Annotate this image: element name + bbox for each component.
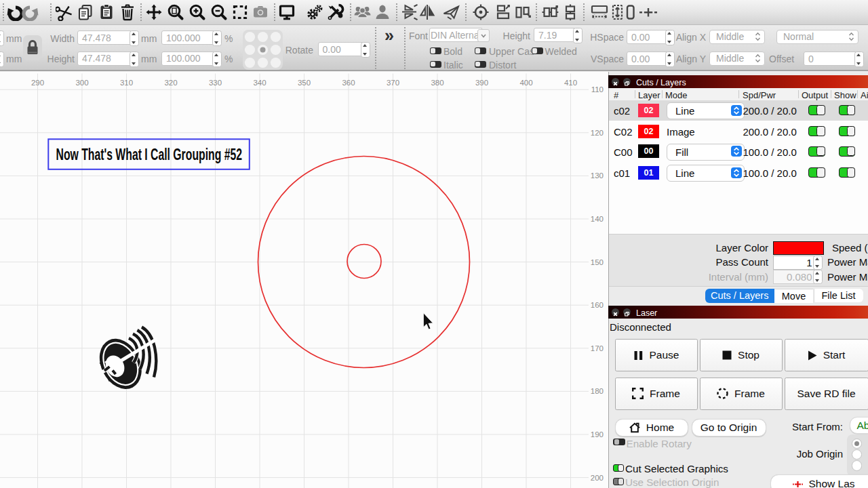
svg-text:200: 200 (591, 474, 604, 482)
svg-text:390: 390 (475, 79, 488, 87)
svg-text:360: 360 (342, 79, 355, 87)
svg-text:190: 190 (591, 430, 604, 439)
svg-text:160: 160 (591, 301, 604, 309)
svg-text:370: 370 (387, 79, 399, 87)
svg-text:150: 150 (591, 258, 604, 266)
svg-text:310: 310 (120, 79, 133, 87)
svg-text:300: 300 (75, 79, 88, 87)
svg-text:290: 290 (31, 79, 44, 87)
svg-text:110: 110 (591, 85, 604, 94)
svg-text:180: 180 (591, 387, 604, 395)
svg-text:170: 170 (591, 344, 604, 352)
svg-text:140: 140 (591, 215, 604, 223)
svg-text:330: 330 (209, 79, 222, 87)
svg-text:320: 320 (164, 79, 177, 87)
svg-text:Now That's What I Call Groupin: Now That's What I Call Grouping #52 (56, 146, 243, 163)
svg-text:130: 130 (591, 171, 604, 180)
svg-text:350: 350 (298, 79, 311, 87)
svg-text:340: 340 (253, 79, 266, 87)
svg-text:120: 120 (591, 129, 604, 137)
svg-text:400: 400 (519, 79, 532, 87)
svg-text:380: 380 (431, 79, 443, 87)
svg-text:410: 410 (564, 79, 577, 87)
